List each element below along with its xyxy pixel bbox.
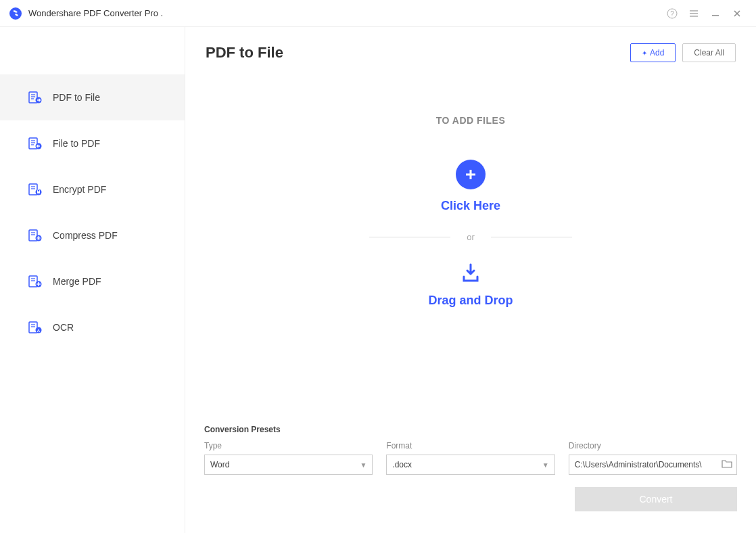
svg-text:?: ? xyxy=(670,10,674,18)
sidebar-item-file-to-pdf[interactable]: File to PDF xyxy=(0,120,185,166)
dropzone-heading: TO ADD FILES xyxy=(436,115,505,126)
format-label: Format xyxy=(386,441,554,450)
pdf-to-file-icon xyxy=(27,89,43,106)
main-header: PDF to File ✦ Add Clear All xyxy=(185,27,756,74)
close-button[interactable] xyxy=(726,3,748,24)
file-to-pdf-icon xyxy=(27,135,43,152)
titlebar: Wondershare PDF Converter Pro . ? xyxy=(0,0,756,27)
merge-pdf-icon xyxy=(27,273,43,289)
sidebar-item-label: Encrypt PDF xyxy=(53,184,106,195)
menu-button[interactable] xyxy=(683,3,705,24)
clear-all-button[interactable]: Clear All xyxy=(682,43,736,62)
convert-button[interactable]: Convert xyxy=(575,487,737,511)
chevron-down-icon: ▼ xyxy=(360,461,367,469)
app-window: Wondershare PDF Converter Pro . ? PDF to… xyxy=(0,0,756,533)
sidebar-item-label: File to PDF xyxy=(53,138,100,149)
help-button[interactable]: ? xyxy=(661,3,683,24)
folder-icon[interactable] xyxy=(722,459,732,471)
compress-pdf-icon xyxy=(27,227,43,244)
sidebar-item-merge-pdf[interactable]: Merge PDF xyxy=(0,258,185,304)
chevron-down-icon: ▼ xyxy=(542,461,549,469)
encrypt-pdf-icon xyxy=(27,181,43,198)
presets-title: Conversion Presets xyxy=(204,425,737,434)
sidebar-item-pdf-to-file[interactable]: PDF to File xyxy=(0,74,185,120)
plus-icon xyxy=(463,167,478,182)
svg-point-0 xyxy=(9,7,22,20)
sidebar: PDF to File File to PDF Encrypt PDF Comp… xyxy=(0,27,185,533)
sidebar-item-compress-pdf[interactable]: Compress PDF xyxy=(0,212,185,258)
page-title: PDF to File xyxy=(206,44,283,62)
svg-text:A: A xyxy=(37,329,41,333)
directory-input[interactable]: C:\Users\Administrator\Documents\ xyxy=(569,455,737,475)
sidebar-item-label: OCR xyxy=(53,322,74,333)
or-separator: or xyxy=(369,232,572,242)
plus-icon: ✦ xyxy=(642,49,647,57)
drag-drop-label: Drag and Drop xyxy=(428,294,513,308)
sidebar-item-label: Merge PDF xyxy=(53,276,101,287)
sidebar-item-encrypt-pdf[interactable]: Encrypt PDF xyxy=(0,166,185,212)
sidebar-item-label: PDF to File xyxy=(53,92,100,103)
app-title: Wondershare PDF Converter Pro . xyxy=(28,8,163,18)
drag-drop-icon xyxy=(458,261,483,285)
sidebar-item-ocr[interactable]: A OCR xyxy=(0,304,185,350)
app-logo-icon xyxy=(8,6,23,21)
svg-rect-23 xyxy=(37,191,40,193)
main-panel: PDF to File ✦ Add Clear All TO ADD FILES… xyxy=(185,27,756,533)
directory-label: Directory xyxy=(569,441,737,450)
minimize-button[interactable] xyxy=(705,3,726,24)
ocr-icon: A xyxy=(27,319,43,335)
type-select[interactable]: Word ▼ xyxy=(204,455,373,475)
type-label: Type xyxy=(204,441,373,450)
click-here-label: Click Here xyxy=(441,199,500,213)
sidebar-item-label: Compress PDF xyxy=(53,230,118,241)
conversion-presets: Conversion Presets Type Word ▼ Format .d… xyxy=(199,417,742,519)
add-files-button[interactable] xyxy=(456,160,486,189)
drop-zone[interactable]: TO ADD FILES Click Here or Drag and Drop xyxy=(199,74,742,410)
format-select[interactable]: .docx ▼ xyxy=(386,455,554,475)
add-button[interactable]: ✦ Add xyxy=(630,43,676,62)
